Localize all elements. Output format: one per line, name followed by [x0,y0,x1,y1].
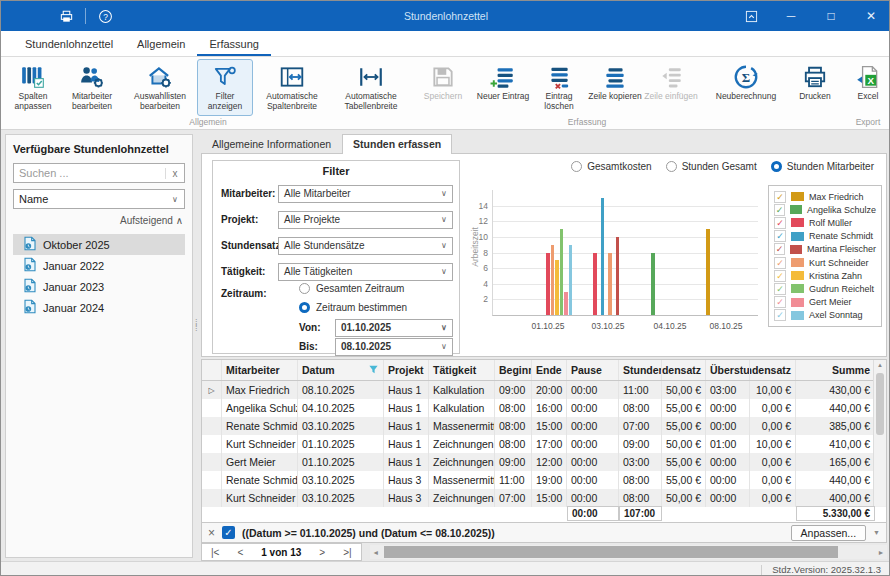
legend-checkbox[interactable]: ✓ [774,217,786,229]
radio-button[interactable] [571,161,582,172]
table-row[interactable]: Angelika Schulze04.10.2025Haus 1Kalkulat… [202,399,886,417]
filter-anzeigen-button[interactable]: Filter anzeigen [197,59,253,116]
minimize-button[interactable]: ─ [771,1,811,31]
filter-select-mitarbeiter[interactable]: Alle Mitarbeiter∨ [278,185,453,203]
column-header-stunden[interactable]: Stunden [619,360,662,380]
neuberechnung-button[interactable]: ΣNeuberechnung [703,59,789,116]
filter-select-tätigkeit[interactable]: Alle Tätigkeiten∨ [278,263,453,281]
radio-button[interactable] [771,161,782,172]
sidebar-item-oktober-2025[interactable]: Oktober 2025 [13,234,185,255]
menu-tab-stundenlohnzettel[interactable]: Stundenlohnzettel [13,34,125,56]
scroll-up-icon[interactable]: ▲ [874,360,886,371]
column-header-label: Überstundensatz [750,364,791,376]
next-page-button[interactable]: > [310,547,334,558]
legend-checkbox[interactable]: ✓ [774,257,786,269]
table-row[interactable]: Renate Schmidt03.10.2025Haus 3Massenermi… [202,471,886,489]
table-row[interactable]: Gert Meier01.10.2025Haus 1Zeichnungen09:… [202,453,886,471]
vertical-scrollbar[interactable]: ▲ [873,360,886,506]
legend-checkbox[interactable]: ✓ [774,204,785,216]
legend-checkbox[interactable]: ✓ [774,270,786,282]
filter-field-label: Projekt: [221,214,278,225]
spalten-anpassen-button[interactable]: Spalten anpassen [5,59,61,116]
column-header-überstundensatz[interactable]: Überstundensatz [750,360,796,380]
filter-select-stundensatz[interactable]: Alle Stundensätze∨ [278,237,453,255]
cell-summe: 410,00 € [796,435,875,453]
radio-button[interactable] [666,161,677,172]
excel-button[interactable]: XExcel [845,59,890,116]
first-page-button[interactable]: |< [202,547,228,558]
table-row[interactable]: ▷Max Friedrich08.10.2025Haus 1Kalkulatio… [202,381,886,399]
legend-checkbox[interactable]: ✓ [774,283,786,295]
column-header-mitarbeiter[interactable]: Mitarbeiter [222,360,298,380]
column-header-ende[interactable]: Ende [532,360,567,380]
cell-mitarbeiter: Kurt Schneider [222,435,298,453]
remove-filter-icon[interactable]: × [208,526,215,540]
column-filter-icon[interactable] [368,364,379,377]
menu-tab-allgemein[interactable]: Allgemein [125,34,197,56]
close-button[interactable]: ✕ [851,1,890,31]
cell-datum: 03.10.2025 [298,471,384,489]
eintrag-loeschen-button[interactable]: Eintrag löschen [531,59,587,116]
table-row[interactable]: Kurt Schneider01.10.2025Haus 1Zeichnunge… [202,435,886,453]
clear-search-button[interactable]: x [165,168,184,179]
neuer-eintrag-button[interactable]: Neuer Eintrag [475,59,531,116]
ribbon-options-icon[interactable] [731,1,771,31]
legend-checkbox[interactable]: ✓ [774,230,786,242]
titlebar: ? Stundenlohnzettel ─ □ ✕ [1,1,890,31]
sidebar-item-januar-2024[interactable]: Januar 2024 [13,297,185,318]
tab-allgemeine-informationen[interactable]: Allgemeine Informationen [201,134,342,153]
automatische-spaltenbreite-button[interactable]: Automatische Spaltenbreite [253,59,331,116]
view-radio-stunden-gesamt[interactable]: Stunden Gesamt [666,161,757,172]
last-page-button[interactable]: >| [334,547,360,558]
scrollbar-thumb[interactable] [384,546,838,558]
search-input[interactable]: Suchen ... x [13,163,185,183]
column-header-projekt[interactable]: Projekt [384,360,429,380]
prev-page-button[interactable]: < [228,547,252,558]
sidebar-item-januar-2023[interactable]: Januar 2023 [13,276,185,297]
zeile-kopieren-button[interactable]: Zeile kopieren [587,59,643,116]
legend-checkbox[interactable]: ✓ [774,243,785,255]
scroll-down-icon[interactable]: ▼ [873,529,880,536]
view-radio-stunden-mitarbeiter[interactable]: Stunden Mitarbeiter [771,161,874,172]
radio-button[interactable] [299,302,310,313]
column-header-überstunden[interactable]: Überstunden [706,360,750,380]
filter-select-projekt[interactable]: Alle Projekte∨ [278,211,453,229]
radio-button[interactable] [299,283,310,294]
horizontal-scrollbar[interactable]: ◄ ► [370,545,887,559]
view-radio-gesamtkosten[interactable]: Gesamtkosten [571,161,651,172]
printer-icon[interactable] [57,7,75,25]
automatische-tabellenbreite-button[interactable]: Automatische Tabellenbreite [331,59,411,116]
column-header-t-tigkeit[interactable]: Tätigkeit [429,360,495,380]
filter-active-checkbox[interactable]: ✓ [222,526,235,539]
help-icon[interactable]: ? [96,7,114,25]
sidebar-item-januar-2022[interactable]: Januar 2022 [13,255,185,276]
maximize-button[interactable]: □ [811,1,851,31]
table-row[interactable]: Renate Schmidt03.10.2025Haus 1Massenermi… [202,417,886,435]
column-header-pause[interactable]: Pause [567,360,619,380]
column-header-datum[interactable]: Datum [298,360,384,380]
legend-checkbox[interactable]: ✓ [774,309,786,321]
radio-label: Stunden Mitarbeiter [787,161,874,172]
legend-checkbox[interactable]: ✓ [774,191,786,203]
cell-ende: 12:00 [532,453,567,471]
legend-checkbox[interactable]: ✓ [774,296,786,308]
column-header-stundensatz[interactable]: Stundensatz [662,360,706,380]
sort-direction-toggle[interactable]: Aufsteigend ∧ [15,215,183,226]
mitarbeiter-bearbeiten-button[interactable]: Mitarbeiter bearbeiten [61,59,123,116]
scrollbar-thumb[interactable] [876,373,884,435]
bis-date-select[interactable]: 08.10.2025 ∨ [335,338,453,356]
scroll-left-icon[interactable]: ◄ [370,549,382,556]
column-header-summe[interactable]: Summe [796,360,875,380]
auswahllisten-bearbeiten-button[interactable]: Auswahllisten bearbeiten [123,59,197,116]
menu-tab-erfassung[interactable]: Erfassung [197,34,271,56]
sort-field-value: Name [14,193,166,205]
splitter-handle[interactable]: ⁞⁞ [195,321,200,381]
table-row[interactable]: Kurt Schneider03.10.2025Haus 3Zeichnunge… [202,489,886,507]
sort-field-select[interactable]: Name ∨ [13,189,185,209]
tab-stunden-erfassen[interactable]: Stunden erfassen [342,134,452,154]
column-header-beginn[interactable]: Beginn [495,360,532,380]
adjust-filter-button[interactable]: Anpassen... [791,525,866,541]
von-date-select[interactable]: 01.10.2025 ∨ [335,319,453,337]
drucken-button[interactable]: Drucken [789,59,841,116]
scroll-right-icon[interactable]: ► [875,549,887,556]
